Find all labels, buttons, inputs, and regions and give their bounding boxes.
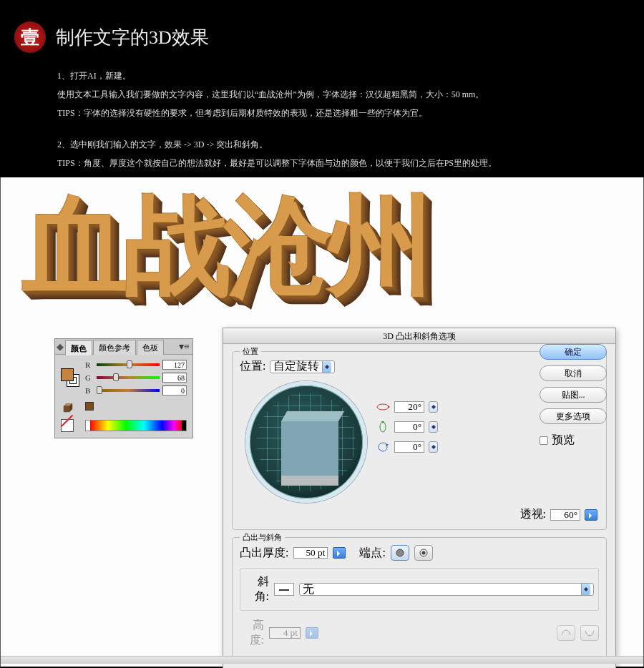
- illustrator-canvas: 血 战 沧 州 ◆ 颜色 颜色参考 色板 ▾≡ R: [0, 177, 644, 667]
- green-value-input[interactable]: [162, 373, 187, 383]
- instruction-line: 1、打开AI，新建。: [57, 67, 587, 84]
- fill-swatch[interactable]: [61, 368, 74, 381]
- glyph: 沧: [225, 192, 327, 299]
- select-arrows-icon: [322, 361, 331, 373]
- rotate-y-input[interactable]: [394, 421, 424, 433]
- red-value-input[interactable]: [162, 360, 187, 370]
- preview-label: 预览: [552, 433, 575, 448]
- glyph: 血: [22, 192, 124, 299]
- instruction-line: 使用文本工具输入我们要做的文字内容，这里我们以“血战沧州”为例，字体选择：汉仪超…: [57, 86, 587, 103]
- bevel-out-button: [580, 625, 599, 641]
- cap-on-button[interactable]: [391, 545, 409, 561]
- 3d-extrude-dialog[interactable]: 3D 凸出和斜角选项 位置 位置: 自定旋转: [223, 328, 616, 668]
- page-title: 制作文字的3D效果: [56, 25, 209, 50]
- instructions-block: 1、打开AI，新建。 使用文本工具输入我们要做的文字内容，这里我们以“血战沧州”…: [0, 60, 644, 172]
- group-label-extrude: 凸出与斜角: [240, 532, 285, 543]
- stepper-icon[interactable]: [429, 441, 438, 453]
- extrude-depth-label: 凸出厚度:: [240, 546, 288, 561]
- ok-button[interactable]: 确定: [540, 344, 607, 360]
- bevel-in-button: [557, 625, 575, 641]
- tab-swatches[interactable]: 色板: [137, 340, 164, 355]
- bevel-select[interactable]: 无: [299, 583, 594, 596]
- glyph: 战: [124, 192, 225, 299]
- select-arrows-icon: [581, 584, 590, 595]
- perspective-label: 透视:: [520, 507, 546, 522]
- stepper-icon[interactable]: [429, 421, 438, 433]
- panel-collapse-icon[interactable]: ◆: [55, 341, 65, 353]
- more-options-button[interactable]: 更多选项: [540, 408, 607, 424]
- svg-point-12: [421, 551, 425, 555]
- svg-point-7: [379, 443, 387, 451]
- rotate-x-icon: [376, 401, 390, 413]
- none-color-icon[interactable]: [61, 419, 74, 432]
- blue-slider[interactable]: [97, 387, 160, 394]
- color-panel-tabs: ◆ 颜色 颜色参考 色板 ▾≡: [55, 339, 192, 355]
- instruction-line: TIPS：字体的选择没有硬性的要求，但考虑到后期材质特效的表现，还是选择粗一些的…: [57, 104, 587, 122]
- perspective-input[interactable]: [550, 509, 580, 521]
- preview-cube: [281, 411, 338, 486]
- position-select[interactable]: 自定旋转: [270, 360, 335, 373]
- red-slider[interactable]: [97, 361, 160, 368]
- instruction-line: TIPS：角度、厚度这个就按自己的想法就好，最好是可以调整下字体面与边的颜色，以…: [57, 154, 587, 172]
- preview-checkbox[interactable]: [540, 436, 548, 445]
- b-label: B: [85, 386, 94, 395]
- dialog-title: 3D 凸出和斜角选项: [223, 328, 615, 344]
- rotate-y-icon: [376, 421, 390, 433]
- cap-off-button[interactable]: [414, 545, 433, 561]
- stepper-icon[interactable]: [429, 401, 438, 413]
- tab-color-guide[interactable]: 颜色参考: [93, 340, 136, 355]
- height-slider-button: [306, 627, 318, 639]
- instruction-line: 2、选中刚我们输入的文字，效果 -> 3D -> 突出和斜角。: [57, 136, 587, 153]
- map-art-button[interactable]: 贴图...: [540, 387, 607, 403]
- out-of-gamut-icon[interactable]: [61, 403, 74, 413]
- glyph: 州: [327, 192, 429, 299]
- svg-marker-4: [388, 406, 390, 408]
- bevel-label: 斜角:: [245, 574, 269, 604]
- rotate-z-input[interactable]: [394, 441, 424, 453]
- bevel-height-label: 高度:: [240, 618, 264, 648]
- tab-color[interactable]: 颜色: [65, 340, 92, 355]
- group-label-position: 位置: [240, 346, 261, 357]
- panel-menu-icon[interactable]: ▾≡: [176, 340, 192, 353]
- cancel-button[interactable]: 取消: [540, 365, 607, 381]
- g-label: G: [85, 373, 94, 382]
- green-slider[interactable]: [97, 374, 160, 381]
- svg-point-3: [377, 404, 389, 410]
- extrude-depth-input[interactable]: [293, 547, 328, 559]
- perspective-slider-button[interactable]: [585, 509, 597, 521]
- r-label: R: [85, 360, 94, 369]
- svg-rect-1: [64, 406, 69, 412]
- 3d-rotation-preview[interactable]: [245, 381, 367, 503]
- color-panel[interactable]: ◆ 颜色 颜色参考 色板 ▾≡ R: [54, 338, 193, 438]
- fill-stroke-swatch[interactable]: [61, 368, 81, 388]
- rotate-z-icon: [376, 441, 390, 453]
- blue-value-input[interactable]: [162, 385, 187, 396]
- page-header: 壹 制作文字的3D效果: [0, 0, 644, 60]
- out-of-gamut-swatch[interactable]: [85, 402, 94, 411]
- extrude-bevel-group: 凸出与斜角 凸出厚度: 端点: 斜角: 无 高度:: [232, 537, 607, 663]
- cap-label: 端点:: [359, 546, 385, 561]
- position-label: 位置:: [240, 359, 265, 374]
- spectrum-bar[interactable]: [85, 420, 187, 431]
- step-seal: 壹: [14, 21, 46, 53]
- svg-point-5: [380, 422, 386, 432]
- bevel-preview: [274, 583, 294, 596]
- 3d-text-artwork[interactable]: 血 战 沧 州: [1, 177, 643, 328]
- rotate-x-input[interactable]: [394, 401, 424, 413]
- depth-slider-button[interactable]: [333, 547, 346, 559]
- bevel-height-input: [269, 627, 301, 639]
